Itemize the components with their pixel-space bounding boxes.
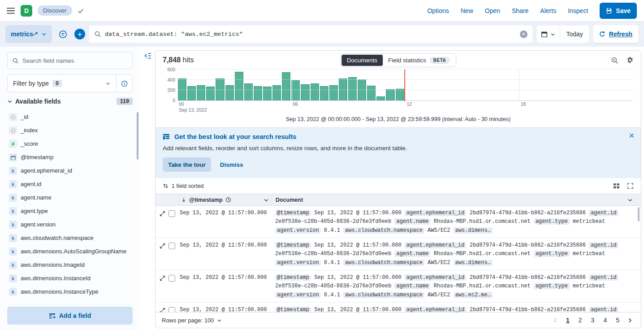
histogram-bar[interactable] xyxy=(206,87,215,100)
expand-row-icon[interactable] xyxy=(160,210,165,217)
histogram-bar[interactable] xyxy=(329,85,338,101)
page-button-2[interactable]: 2 xyxy=(575,316,585,325)
field-item[interactable]: kagent.​id xyxy=(7,178,134,191)
page-button-4[interactable]: 4 xyxy=(600,316,610,325)
gear-icon[interactable] xyxy=(627,56,634,64)
histogram-bar[interactable] xyxy=(367,86,376,100)
histogram-bar[interactable] xyxy=(187,86,196,100)
expand-row-icon[interactable] xyxy=(160,243,165,249)
histogram-bar[interactable] xyxy=(396,89,404,100)
field-item[interactable]: _index xyxy=(7,124,134,137)
field-item[interactable]: kaws.​dimensions.​InstanceType xyxy=(7,285,134,299)
close-icon[interactable] xyxy=(629,133,635,139)
field-item[interactable]: kaws.​dimensions.​ImageId xyxy=(7,258,134,272)
timestamp-cell[interactable]: Sep 13, 2022 @ 11:57:00.000 xyxy=(179,240,271,267)
field-search-input[interactable] xyxy=(22,57,128,64)
histogram-bar[interactable] xyxy=(376,96,385,100)
histogram-bar[interactable] xyxy=(291,80,300,100)
field-item[interactable]: kagent.​type xyxy=(7,204,134,218)
expand-row-icon[interactable] xyxy=(160,307,165,312)
rows-per-page-button[interactable]: Rows per page: 100 xyxy=(162,317,222,324)
histogram-bar[interactable] xyxy=(197,85,205,101)
field-item[interactable]: kaws.​dimensions.​InstanceId xyxy=(7,272,134,285)
field-item[interactable]: kaws.​cloudwatch.​namespace xyxy=(7,231,134,245)
histogram-bar[interactable] xyxy=(244,83,253,100)
histogram-bar[interactable] xyxy=(320,86,328,100)
breadcrumb[interactable]: Discover xyxy=(38,5,72,16)
field-item[interactable]: @timestamp xyxy=(7,151,134,164)
tab-documents[interactable]: Documents xyxy=(341,55,383,66)
page-button-5[interactable]: 5 xyxy=(613,316,622,325)
field-item[interactable]: #_score xyxy=(7,137,134,151)
add-filter-button[interactable]: + xyxy=(74,29,85,39)
collapse-sidebar-icon[interactable] xyxy=(144,52,151,60)
filter-by-type-button[interactable]: Filter by type 0 xyxy=(8,80,116,87)
row-checkbox[interactable] xyxy=(169,243,175,249)
field-item[interactable]: kaws.​dimensions.​AutoScalingGroupName xyxy=(7,245,134,258)
data-view-picker[interactable]: metrics-* xyxy=(5,25,52,43)
sidebar-scrollbar[interactable] xyxy=(137,112,138,160)
histogram-bar[interactable] xyxy=(311,83,319,100)
deployment-logo[interactable]: D xyxy=(21,5,32,17)
next-page-icon[interactable] xyxy=(625,317,635,323)
histogram-bar[interactable] xyxy=(301,84,309,100)
nav-link-inspect[interactable]: Inspect xyxy=(568,7,588,14)
query-input[interactable] xyxy=(105,31,516,38)
histogram-bar[interactable] xyxy=(348,77,357,100)
field-item[interactable]: kagent.​ephemeral_id xyxy=(7,164,134,178)
save-button[interactable]: Save xyxy=(600,3,637,19)
clear-query-icon[interactable]: ✕ xyxy=(520,30,527,38)
inspect-icon[interactable] xyxy=(611,56,618,64)
document-cell[interactable]: @timestamp Sep 13, 2022 @ 11:57:00.000 a… xyxy=(271,240,641,267)
display-options-icon[interactable] xyxy=(613,182,620,189)
chevron-down-icon[interactable] xyxy=(264,197,269,203)
date-quick-select[interactable]: Today xyxy=(560,30,589,38)
nav-link-open[interactable]: Open xyxy=(485,7,500,14)
row-checkbox[interactable] xyxy=(169,307,175,312)
column-header-timestamp[interactable]: @timestamp xyxy=(179,194,271,205)
nav-link-new[interactable]: New xyxy=(461,7,473,14)
histogram-plot[interactable]: 0200400600 xyxy=(178,69,633,101)
page-button-3[interactable]: 3 xyxy=(588,316,598,325)
add-a-field-button[interactable]: Add a field xyxy=(7,307,133,325)
saved-query-button[interactable] xyxy=(56,25,71,43)
column-header-document[interactable]: Document xyxy=(271,194,641,205)
page-button-1[interactable]: 1 xyxy=(563,316,573,325)
chevron-down-icon[interactable] xyxy=(627,197,633,203)
field-item[interactable]: kagent.​name xyxy=(7,191,134,204)
timestamp-cell[interactable]: Sep 13, 2022 @ 11:57:00.000 xyxy=(179,273,271,300)
timestamp-cell[interactable]: Sep 13, 2022 @ 11:57:00.000 xyxy=(179,305,271,312)
row-checkbox[interactable] xyxy=(169,210,175,217)
previous-page-icon[interactable] xyxy=(551,317,560,323)
nav-link-alerts[interactable]: Alerts xyxy=(540,7,556,14)
field-item[interactable]: _id xyxy=(7,110,134,124)
document-cell[interactable]: @timestamp Sep 13, 2022 @ 11:57:00.000 a… xyxy=(271,208,641,235)
histogram-bar[interactable] xyxy=(225,85,234,101)
nav-link-options[interactable]: Options xyxy=(427,7,449,14)
field-filter-info-button[interactable] xyxy=(116,75,132,92)
nav-link-share[interactable]: Share xyxy=(512,7,528,14)
histogram-bar[interactable] xyxy=(386,89,394,100)
available-fields-header[interactable]: Available fields 119 xyxy=(7,98,140,105)
histogram-bar[interactable] xyxy=(254,86,262,100)
refresh-button[interactable]: Refresh xyxy=(593,25,639,43)
expand-row-icon[interactable] xyxy=(160,275,165,281)
menu-icon[interactable] xyxy=(6,6,15,15)
histogram-bar[interactable] xyxy=(272,85,281,101)
fullscreen-icon[interactable] xyxy=(627,182,634,189)
histogram-bar[interactable] xyxy=(263,87,272,100)
take-the-tour-button[interactable]: Take the tour xyxy=(163,157,211,172)
row-checkbox[interactable] xyxy=(169,275,175,282)
grid-scrollbar[interactable] xyxy=(638,207,640,221)
dismiss-button[interactable]: Dismiss xyxy=(220,161,243,168)
document-cell[interactable]: @timestamp Sep 13, 2022 @ 11:57:00.000 a… xyxy=(271,273,641,300)
timestamp-cell[interactable]: Sep 13, 2022 @ 11:57:00.000 xyxy=(179,208,271,235)
document-cell[interactable]: @timestamp Sep 13, 2022 @ 11:57:00.000 a… xyxy=(271,305,641,312)
histogram-bar[interactable] xyxy=(235,72,243,100)
tab-field-statistics[interactable]: Field statistics BETA xyxy=(383,55,455,66)
histogram-bar[interactable] xyxy=(282,72,290,100)
date-picker-calendar-button[interactable] xyxy=(536,25,560,43)
sorted-fields-button[interactable]: 1 field sorted xyxy=(172,183,204,189)
field-item[interactable]: kagent.​version xyxy=(7,218,134,231)
field-item[interactable]: #aws.​ec2.​instance.​core.​count xyxy=(7,299,134,301)
